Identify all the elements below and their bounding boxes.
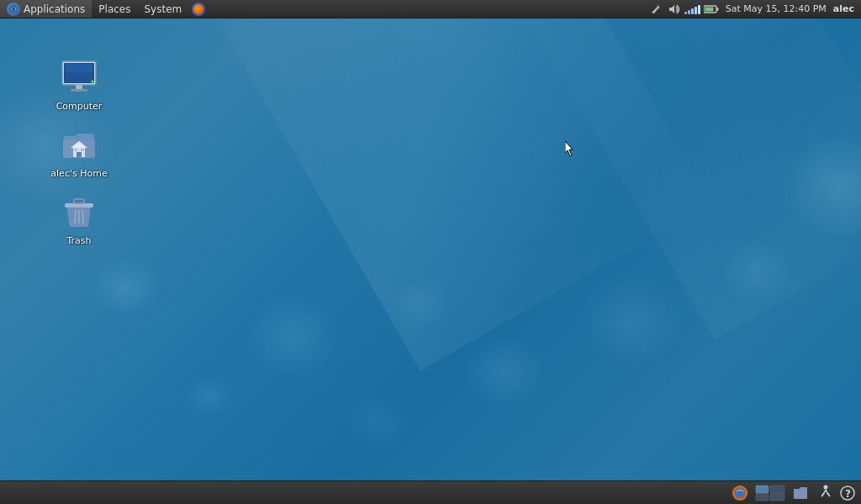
- desktop-icon-computer[interactable]: Computer: [45, 54, 113, 115]
- battery-icon: [704, 4, 719, 14]
- svg-rect-31: [794, 491, 807, 499]
- battery-tray-icon[interactable]: [704, 3, 719, 16]
- computer-label: Computer: [56, 101, 103, 112]
- svg-rect-29: [770, 486, 784, 493]
- svg-point-32: [824, 485, 828, 489]
- taskbar-filemanager-btn[interactable]: [790, 484, 811, 502]
- svg-rect-6: [62, 61, 96, 85]
- svg-rect-4: [716, 8, 718, 11]
- applications-label: Applications: [24, 3, 85, 15]
- svg-rect-15: [73, 148, 85, 157]
- svg-rect-28: [756, 494, 769, 501]
- svg-rect-8: [65, 64, 93, 72]
- desktop-icon-home[interactable]: alec's Home: [45, 121, 113, 182]
- network-tray-icon[interactable]: [685, 3, 700, 16]
- svg-rect-17: [74, 149, 77, 151]
- svg-rect-7: [64, 63, 94, 83]
- volume-tray-icon[interactable]: [667, 3, 682, 16]
- svg-rect-11: [71, 89, 87, 92]
- svg-rect-9: [66, 64, 92, 82]
- svg-rect-5: [705, 7, 713, 11]
- menu-places[interactable]: Places: [92, 0, 137, 18]
- filemanager-icon: [792, 485, 809, 501]
- trash-label: Trash: [66, 235, 91, 246]
- svg-rect-22: [65, 203, 93, 207]
- taskbar-help-btn[interactable]: ?: [837, 484, 858, 502]
- runner-icon: [816, 485, 832, 501]
- desktop-icon-trash[interactable]: Trash: [45, 188, 113, 249]
- panel-right: Sat May 15, 12:40 PM alec: [648, 3, 861, 16]
- taskbar-firefox-btn[interactable]: [730, 484, 750, 502]
- home-icon-img: [59, 124, 99, 165]
- firefox-panel-button[interactable]: [188, 0, 209, 18]
- svg-line-21: [82, 210, 83, 223]
- svg-point-1: [12, 8, 15, 11]
- svg-text:?: ?: [845, 488, 851, 500]
- taskbar-workspace-btn[interactable]: [753, 484, 787, 502]
- svg-rect-10: [76, 85, 82, 89]
- fedora-icon: [7, 3, 20, 16]
- svg-rect-27: [756, 486, 769, 493]
- computer-icon-img: [59, 57, 99, 97]
- bottom-panel: ?: [0, 480, 861, 504]
- svg-point-12: [92, 81, 94, 83]
- svg-rect-30: [770, 494, 784, 501]
- svg-marker-14: [71, 141, 87, 148]
- menu-applications[interactable]: Applications: [0, 0, 92, 18]
- clock: Sat May 15, 12:40 PM: [722, 3, 830, 14]
- firefox-taskbar-icon: [732, 485, 748, 501]
- system-label: System: [144, 3, 182, 15]
- svg-rect-23: [74, 199, 84, 203]
- trash-icon-img: [59, 192, 99, 232]
- desktop: Computer: [0, 18, 861, 480]
- tools-tray-icon[interactable]: [648, 3, 663, 16]
- home-label: alec's Home: [50, 168, 107, 179]
- signal-bars-icon: [684, 4, 700, 14]
- workspace-icon: [755, 485, 785, 501]
- top-panel: Applications Places System: [0, 0, 861, 18]
- places-label: Places: [98, 3, 130, 15]
- svg-marker-2: [669, 5, 674, 13]
- svg-rect-13: [63, 140, 95, 158]
- menu-system[interactable]: System: [137, 0, 188, 18]
- svg-line-19: [75, 210, 76, 223]
- svg-rect-18: [81, 149, 84, 151]
- svg-rect-16: [77, 152, 82, 157]
- help-icon: ?: [839, 485, 856, 501]
- wrench-icon: [650, 3, 662, 15]
- volume-icon: [668, 3, 681, 15]
- taskbar-runner-btn[interactable]: [814, 484, 834, 502]
- firefox-icon: [192, 3, 205, 16]
- panel-left: Applications Places System: [0, 0, 209, 18]
- username: alec: [833, 3, 854, 14]
